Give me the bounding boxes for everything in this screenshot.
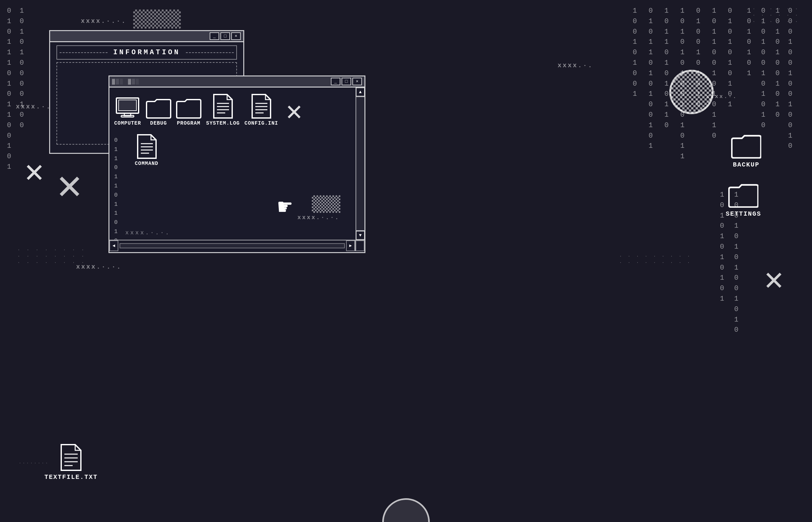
- settings-desktop-icon[interactable]: SETTINGS: [726, 182, 761, 218]
- horizontal-scrollbar: ◄ ►: [110, 240, 356, 251]
- systemlog-doc-icon: [213, 94, 233, 119]
- binary-col-4: 101101010110: [665, 6, 669, 130]
- configini-doc-icon: [251, 94, 272, 119]
- x-mark-xlarge: ✕: [57, 160, 82, 211]
- dot-cluster-5: · · · · · · · · ·: [619, 260, 691, 265]
- textfile-doc-icon: [60, 444, 82, 471]
- binary-col-10: 00010010010010: [788, 6, 793, 151]
- binary-col-15: 10101010101: [720, 190, 725, 304]
- binary-col-7: 1011001010110: [712, 6, 717, 141]
- backup-label: BACKUP: [733, 161, 759, 168]
- pixel-pattern-3: xxxx.·.: [16, 103, 52, 111]
- binary-col-1: 0101110101100101: [7, 6, 12, 172]
- dot-cluster-1: · · · · · · · ·: [17, 247, 86, 253]
- pixel-pattern-checker: xxxx.·.: [706, 94, 737, 100]
- computer-icon-item[interactable]: COMPUTER: [114, 96, 141, 126]
- info-maximize-button[interactable]: □: [220, 32, 230, 40]
- checker-block-top: [133, 9, 181, 28]
- debug-folder-icon: [146, 97, 171, 119]
- hand-cursor: ☛: [278, 193, 292, 222]
- backup-folder-icon: [731, 133, 761, 159]
- info-title-text: INFORMATION: [113, 48, 180, 57]
- binary-numbers-col: 01101101101011: [114, 136, 125, 240]
- computer-label: COMPUTER: [114, 121, 141, 126]
- program-label: PROGRAM: [177, 121, 200, 126]
- scroll-up-arrow[interactable]: ▲: [356, 87, 365, 96]
- explorer-statusbar: ◄ ►: [110, 240, 364, 251]
- dot-cluster-tr: · · · · · ·: [753, 6, 799, 12]
- bottom-dots-explorer: xxxx.·.·.: [125, 229, 170, 236]
- systemlog-label: SYSTEM.LOG: [206, 121, 240, 126]
- dot-cluster-tr2: · · · · · ·: [753, 13, 799, 18]
- command-icon-item[interactable]: COMMAND: [135, 134, 158, 166]
- dot-cluster-2: · · · · · · · ·: [17, 254, 86, 259]
- binary-col-13: 1010101: [747, 6, 752, 79]
- info-title-bar: INFORMATION: [57, 45, 237, 60]
- checker-circle: [669, 70, 714, 114]
- explorer-close-button[interactable]: ×: [352, 78, 362, 85]
- configini-label: CONFIG.INI: [244, 121, 278, 126]
- settings-folder-icon: [728, 182, 758, 208]
- configini-icon-item[interactable]: CONFIG.INI: [244, 94, 278, 126]
- command-doc-icon: [136, 134, 157, 159]
- pixel-pattern-1: xxxx.·.·.: [81, 17, 126, 25]
- icon-row-2: 01101101101011 COMMAND ☛: [114, 134, 351, 240]
- explorer-window: ▓▒░ ▓▒░ _ □ ×: [108, 76, 365, 253]
- program-folder-icon: [176, 97, 201, 119]
- scroll-corner: [356, 240, 364, 251]
- explorer-main: COMPUTER DEBUG PROGRAM: [110, 87, 356, 240]
- explorer-title-pattern: ▓▒░ ▓▒░: [112, 78, 140, 85]
- dot-cluster-3: · · · · · · · ·: [17, 260, 86, 265]
- x-mark-in-explorer: ✕: [286, 99, 302, 126]
- dot-grid-bl: ·· ·· ·· ··: [19, 461, 48, 465]
- explorer-titlebar: ▓▒░ ▓▒░ _ □ ×: [110, 76, 364, 87]
- computer-icon: [115, 96, 140, 119]
- pixel-pattern-2: xxxx.·.: [558, 62, 593, 69]
- explorer-pixel-pattern: xxxx.·.·.: [298, 214, 340, 221]
- scroll-track-h[interactable]: [120, 243, 345, 248]
- binary-col-12: 010100101010: [761, 6, 766, 130]
- icon-row-1: COMPUTER DEBUG PROGRAM: [114, 94, 351, 126]
- backup-desktop-icon[interactable]: BACKUP: [731, 133, 761, 168]
- dot-cluster-tr3: · · · · · ·: [753, 19, 799, 24]
- explorer-window-buttons: _ □ ×: [331, 78, 362, 85]
- systemlog-icon-item[interactable]: SYSTEM.LOG: [206, 94, 240, 126]
- explorer-minimize-button[interactable]: _: [331, 78, 340, 85]
- info-titlebar: _ □ ×: [50, 31, 243, 42]
- x-mark-large: ✕: [25, 152, 44, 191]
- scroll-down-arrow[interactable]: ▼: [356, 231, 365, 240]
- binary-col-5: 01011010100101: [649, 6, 653, 151]
- svg-rect-1: [119, 100, 136, 111]
- debug-icon-item[interactable]: DEBUG: [146, 97, 171, 126]
- debug-label: DEBUG: [150, 121, 167, 126]
- program-icon-item[interactable]: PROGRAM: [176, 97, 201, 126]
- dot-cluster-4: · · · · · · · · ·: [619, 254, 691, 259]
- scroll-right-arrow[interactable]: ►: [346, 240, 355, 251]
- textfile-desktop-icon[interactable]: TEXTFILE.TXT: [44, 444, 98, 481]
- command-label: COMMAND: [135, 161, 158, 166]
- checker-block-explorer: [312, 195, 340, 213]
- scroll-track-v[interactable]: [356, 96, 364, 231]
- textfile-label: TEXTFILE.TXT: [44, 474, 98, 481]
- binary-col-9: 100101001: [633, 6, 637, 99]
- scroll-left-arrow[interactable]: ◄: [110, 240, 118, 251]
- vertical-scrollbar: ▲ ▼: [356, 87, 364, 240]
- binary-col-2: 101010000100: [20, 6, 24, 130]
- info-minimize-button[interactable]: _: [210, 32, 219, 40]
- explorer-maximize-button[interactable]: □: [342, 78, 351, 85]
- settings-label: SETTINGS: [726, 210, 761, 218]
- info-close-button[interactable]: ×: [231, 32, 241, 40]
- x-mark-small-br: ✕: [765, 260, 784, 299]
- explorer-body: COMPUTER DEBUG PROGRAM: [110, 87, 364, 240]
